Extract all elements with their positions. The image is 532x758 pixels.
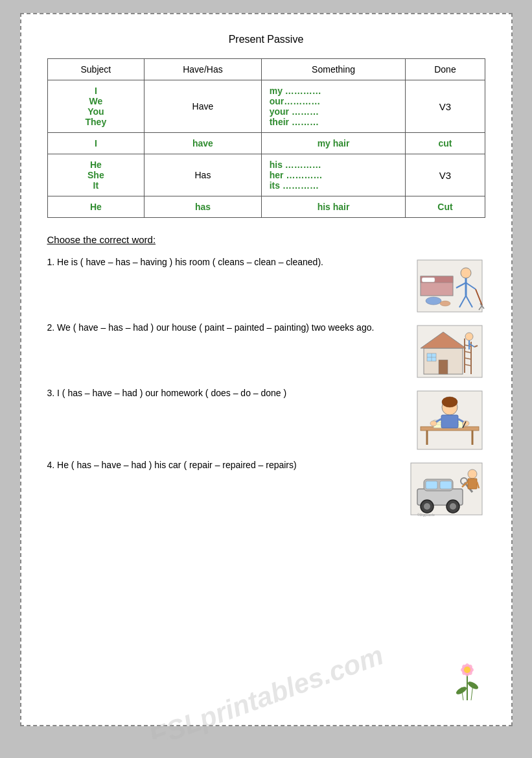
exercise-1-number: 1. [47, 257, 58, 267]
svg-rect-51 [440, 481, 452, 489]
svg-rect-50 [426, 481, 437, 489]
example-subject: I [47, 133, 145, 154]
svg-point-4 [461, 268, 471, 278]
exercise-section: Choose the correct word: 1. He is ( have… [47, 234, 485, 520]
something-cell: my ………… our………… your ……… their ……… [261, 80, 406, 133]
have-has-cell: Have [145, 80, 262, 133]
page: ESLprintables.com Present Passive Subjec… [20, 13, 513, 726]
exercise-2-image [414, 322, 485, 383]
exercise-3-image [414, 388, 485, 455]
table-row: IWeYouThey Have my ………… our………… your ………… [47, 80, 485, 133]
svg-point-13 [426, 297, 441, 305]
subject-cell: IWeYouThey [47, 80, 145, 133]
table-row-example-2: He has his hair Cut [47, 196, 485, 218]
svg-point-28 [465, 333, 473, 340]
subject-cell-2: HeSheIt [47, 154, 145, 196]
exercise-3-content: I ( has – have – had ) our homework ( do… [57, 388, 286, 398]
col-havehas: Have/Has [145, 59, 262, 80]
table-header-row: Subject Have/Has Something Done [47, 59, 485, 80]
exercise-4-content: He ( has – have – had ) his car ( repair… [57, 460, 297, 470]
svg-point-58 [468, 469, 477, 479]
house-painting-sketch [414, 322, 485, 381]
svg-point-44 [430, 421, 437, 426]
exercise-1-text: 1. He is ( have – has – having ) his roo… [47, 257, 404, 267]
example2-has: has [145, 196, 262, 218]
example-have: have [145, 133, 262, 154]
svg-point-55 [450, 503, 456, 510]
svg-point-14 [440, 301, 450, 306]
svg-point-70 [464, 667, 470, 673]
svg-point-40 [442, 397, 457, 407]
exercise-1-image [414, 257, 485, 317]
exercise-1: 1. He is ( have – has – having ) his roo… [47, 257, 485, 317]
done-cell: V3 [406, 80, 485, 133]
table-row: HeSheIt Has his ………… her ………… its ………… V… [47, 154, 485, 196]
svg-rect-18 [439, 360, 448, 374]
svg-text:©Digipuzzle: ©Digipuzzle [417, 513, 435, 517]
room-cleaning-sketch [414, 257, 485, 315]
exercise-3-text: 3. I ( has – have – had ) our homework (… [47, 388, 404, 398]
watermark-text: ESLprintables.com [145, 639, 387, 739]
exercise-4-image: ©Digipuzzle [408, 460, 485, 520]
subject-pronouns: IWeYouThey [86, 86, 107, 127]
section-title: Choose the correct word: [47, 234, 485, 245]
svg-rect-59 [468, 479, 477, 489]
example2-subject: He [47, 196, 145, 218]
page-title: Present Passive [47, 34, 485, 45]
flower-decoration [450, 652, 485, 705]
exercise-2: 2. We ( have – has – had ) our house ( p… [47, 322, 485, 383]
col-subject: Subject [47, 59, 145, 80]
exercise-4: 4. He ( has – have – had ) his car ( rep… [47, 460, 485, 520]
exercise-2-text: 2. We ( have – has – had ) our house ( p… [47, 322, 404, 333]
svg-rect-3 [422, 278, 435, 282]
exercise-2-content: We ( have – has – had ) our house ( pain… [57, 322, 374, 333]
col-something: Something [261, 59, 406, 80]
table-row-example-1: I have my hair cut [47, 133, 485, 154]
something-cell-2: his ………… her ………… its ………… [261, 154, 406, 196]
svg-point-64 [455, 685, 468, 696]
col-done: Done [406, 59, 485, 80]
subject-pronouns-2: HeSheIt [87, 160, 104, 191]
exercise-2-number: 2. [47, 322, 58, 333]
flower-svg [450, 652, 485, 704]
dotted-items: my ………… our………… your ……… their ……… [270, 86, 398, 127]
svg-point-53 [424, 503, 430, 510]
exercise-4-text: 4. He ( has – have – had ) his car ( rep… [47, 460, 398, 470]
example-done: cut [406, 133, 485, 154]
homework-sketch [414, 388, 485, 453]
exercise-3-number: 3. [47, 388, 58, 398]
example-something: my hair [261, 133, 406, 154]
exercise-3: 3. I ( has – have – had ) our homework (… [47, 388, 485, 455]
exercise-4-number: 4. [47, 460, 58, 470]
done-cell-2: V3 [406, 154, 485, 196]
car-repair-sketch: ©Digipuzzle [408, 460, 485, 518]
svg-rect-41 [441, 415, 458, 428]
exercise-1-content: He is ( have – has – having ) his room (… [57, 257, 323, 267]
example2-done: Cut [406, 196, 485, 218]
dotted-items-2: his ………… her ………… its ………… [270, 160, 398, 191]
grammar-table: Subject Have/Has Something Done IWeYouTh… [47, 58, 485, 218]
example2-something: his hair [261, 196, 406, 218]
has-cell: Has [145, 154, 262, 196]
